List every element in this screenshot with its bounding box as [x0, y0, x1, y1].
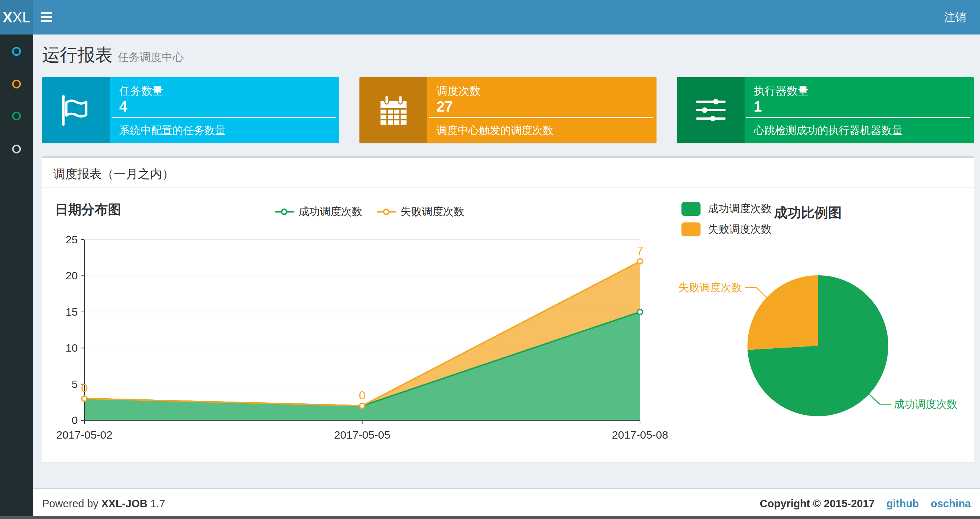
legend-swatch	[681, 202, 700, 216]
svg-text:2017-05-05: 2017-05-05	[334, 429, 390, 441]
svg-text:0: 0	[81, 382, 88, 394]
window-bottom-edge	[0, 516, 980, 519]
legend-item-success[interactable]: 成功调度次数	[681, 201, 772, 216]
page-header: 运行报表任务调度中心	[42, 43, 184, 67]
point-fail-0[interactable]	[82, 396, 87, 401]
line-chart-legend: 成功调度次数 失败调度次数	[275, 204, 465, 219]
logo-rest: XL	[13, 9, 30, 26]
product-version: 1.7	[150, 498, 165, 509]
xxl-job-dashboard: XXL 注销 运行报表任务调度中心 任务数量 4	[0, 0, 980, 519]
sidebar-toggle-hamburger-icon[interactable]	[41, 12, 54, 22]
info-box-label: 任务数量	[119, 84, 163, 99]
svg-text:5: 5	[72, 378, 78, 390]
info-box-label: 调度次数	[436, 84, 480, 99]
info-box-value: 4	[119, 98, 127, 115]
legend-item-success[interactable]: 成功调度次数	[275, 204, 363, 219]
info-box-executors: 执行器数量 1 心跳检测成功的执行器机器数量	[677, 77, 974, 143]
info-box-triggers: 调度次数 27 调度中心触发的调度次数	[360, 77, 657, 143]
info-box-value: 1	[754, 98, 762, 115]
oschina-link[interactable]: oschina	[931, 498, 971, 509]
line-chart-canvas[interactable]: 05101520252017-05-022017-05-052017-05-08…	[48, 193, 671, 461]
pie-chart-title: 成功比例图	[774, 204, 842, 222]
svg-text:20: 20	[66, 270, 78, 281]
powered-by: Powered by XXL-JOB 1.7	[42, 498, 165, 510]
point-fail-2[interactable]	[638, 259, 643, 264]
report-panel: 调度报表（一月之内） 日期分布图 成功调度次数	[42, 156, 974, 463]
sidebar	[0, 35, 33, 519]
svg-text:15: 15	[66, 306, 78, 318]
calendar-icon	[360, 77, 427, 143]
sidebar-item-2-circle-icon[interactable]	[12, 80, 21, 88]
logout-link[interactable]: 注销	[944, 0, 966, 35]
pie-slice-1[interactable]	[748, 275, 818, 350]
svg-text:2017-05-08: 2017-05-08	[612, 429, 668, 441]
logo-bold: X	[3, 9, 13, 26]
pie-chart-legend: 成功调度次数 失败调度次数	[681, 201, 772, 243]
svg-text:0: 0	[359, 389, 366, 402]
panel-title: 调度报表（一月之内）	[53, 166, 174, 182]
page-title: 运行报表	[42, 45, 113, 65]
legend-item-fail[interactable]: 失败调度次数	[681, 222, 772, 237]
svg-text:2017-05-02: 2017-05-02	[56, 429, 112, 441]
line-chart-title: 日期分布图	[55, 201, 121, 219]
legend-line-marker	[377, 208, 396, 216]
pie-label-0: 成功调度次数	[894, 398, 958, 410]
copyright: Copyright © 2015-2017 github oschina	[760, 498, 971, 510]
pie-label-1: 失败调度次数	[678, 281, 742, 293]
info-box-description: 系统中配置的任务数量	[119, 123, 226, 138]
panel-divider	[42, 187, 974, 188]
product-name: XXL-JOB	[101, 498, 148, 509]
flag-icon	[42, 77, 110, 143]
legend-swatch	[681, 222, 700, 236]
top-navbar: XXL 注销	[0, 0, 980, 35]
info-box-divider	[429, 117, 653, 118]
point-fail-1[interactable]	[360, 403, 365, 409]
info-box-divider	[112, 117, 336, 118]
sidebar-item-4-circle-icon[interactable]	[12, 145, 21, 153]
sidebar-item-3-circle-icon[interactable]	[12, 112, 21, 120]
info-box-description: 心跳检测成功的执行器机器数量	[754, 123, 903, 138]
github-link[interactable]: github	[886, 498, 919, 509]
info-box-value: 27	[436, 98, 453, 115]
footer: Powered by XXL-JOB 1.7 Copyright © 2015-…	[33, 488, 980, 519]
sliders-icon	[677, 77, 745, 143]
info-box-label: 执行器数量	[754, 84, 809, 99]
sidebar-item-1-circle-icon[interactable]	[12, 47, 21, 56]
svg-text:25: 25	[66, 233, 78, 246]
svg-text:0: 0	[72, 414, 78, 426]
success-ratio-chart: 成功调度次数 失败调度次数 成功比例图 成功调度次数失败调度次数	[671, 193, 968, 461]
legend-item-fail[interactable]: 失败调度次数	[377, 204, 465, 219]
main-content: 运行报表任务调度中心 任务数量 4 系统中配置的任务数量	[33, 35, 980, 519]
date-distribution-chart: 日期分布图 成功调度次数 失败调度次数	[48, 193, 671, 461]
page-subtitle: 任务调度中心	[118, 51, 184, 63]
svg-text:10: 10	[66, 342, 78, 354]
point-success-2[interactable]	[638, 310, 643, 315]
info-box-description: 调度中心触发的调度次数	[436, 123, 554, 138]
info-box-jobs: 任务数量 4 系统中配置的任务数量	[42, 77, 339, 143]
svg-text:7: 7	[637, 244, 643, 257]
info-box-divider	[746, 117, 970, 118]
legend-line-marker	[275, 208, 294, 216]
app-logo[interactable]: XXL	[0, 0, 33, 35]
